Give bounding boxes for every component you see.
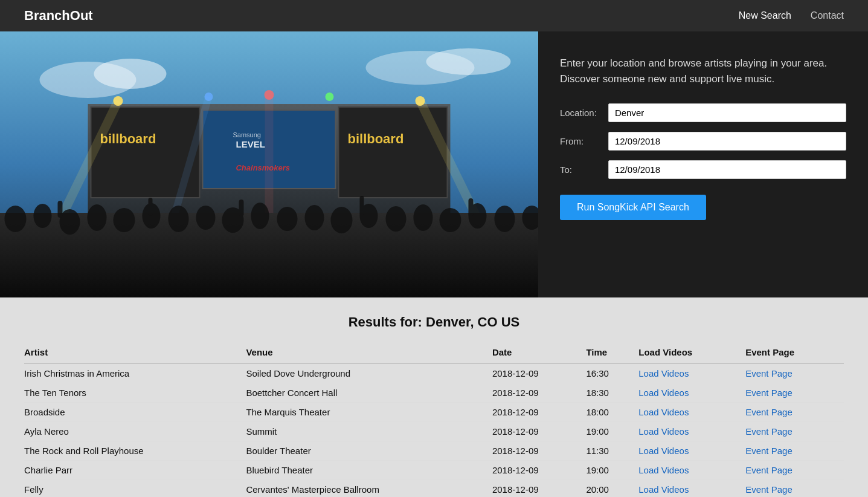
cell-event-page: Event Page bbox=[745, 480, 844, 498]
nav-contact[interactable]: Contact bbox=[811, 10, 844, 21]
cell-event-page-link[interactable]: Event Page bbox=[745, 465, 792, 475]
table-row: Charlie ParrBluebird Theater2018-12-0919… bbox=[24, 461, 844, 480]
cell-load-videos-link[interactable]: Load Videos bbox=[638, 446, 689, 456]
col-load-videos: Load Videos bbox=[638, 343, 745, 364]
cell-artist: Felly bbox=[24, 480, 246, 498]
svg-rect-48 bbox=[468, 198, 473, 216]
cell-venue: Soiled Dove Underground bbox=[246, 364, 492, 383]
cell-event-page: Event Page bbox=[745, 403, 844, 422]
hero-section: billboard billboard Samsung LEVEL Chains… bbox=[0, 31, 868, 297]
cell-load-videos: Load Videos bbox=[638, 480, 745, 498]
cell-time: 18:30 bbox=[586, 383, 638, 403]
cell-venue: Cervantes' Masterpiece Ballroom bbox=[246, 480, 492, 498]
cell-artist: The Ten Tenors bbox=[24, 383, 246, 403]
to-label: To: bbox=[560, 164, 608, 175]
cell-load-videos: Load Videos bbox=[638, 461, 745, 480]
cell-load-videos-link[interactable]: Load Videos bbox=[638, 388, 689, 398]
cell-load-videos: Load Videos bbox=[638, 383, 745, 403]
cell-time: 18:00 bbox=[586, 403, 638, 422]
col-date: Date bbox=[492, 343, 587, 364]
search-button[interactable]: Run SongKick API Search bbox=[560, 195, 706, 220]
cell-date: 2018-12-09 bbox=[492, 364, 587, 383]
svg-text:LEVEL: LEVEL bbox=[236, 139, 265, 149]
col-event-page: Event Page bbox=[745, 343, 844, 364]
table-row: BroadsideThe Marquis Theater2018-12-0918… bbox=[24, 403, 844, 422]
svg-point-31 bbox=[196, 206, 215, 230]
cell-date: 2018-12-09 bbox=[492, 383, 587, 403]
svg-point-17 bbox=[325, 93, 333, 101]
to-input[interactable] bbox=[608, 160, 846, 179]
cell-date: 2018-12-09 bbox=[492, 403, 587, 422]
cell-date: 2018-12-09 bbox=[492, 441, 587, 461]
svg-text:Chainsmokers: Chainsmokers bbox=[236, 163, 290, 172]
navbar: BranchOut New Search Contact bbox=[0, 0, 868, 31]
from-input[interactable] bbox=[608, 132, 846, 151]
svg-point-4 bbox=[426, 48, 510, 75]
cell-event-page-link[interactable]: Event Page bbox=[745, 446, 792, 456]
cell-load-videos-link[interactable]: Load Videos bbox=[638, 426, 689, 437]
cell-load-videos-link[interactable]: Load Videos bbox=[638, 465, 689, 475]
svg-rect-45 bbox=[148, 198, 152, 216]
cell-event-page-link[interactable]: Event Page bbox=[745, 368, 792, 378]
from-label: From: bbox=[560, 136, 608, 146]
to-row: To: bbox=[560, 160, 846, 179]
location-row: Location: bbox=[560, 103, 846, 122]
cell-date: 2018-12-09 bbox=[492, 461, 587, 480]
cell-artist: The Rock and Roll Playhouse bbox=[24, 441, 246, 461]
cell-artist: Irish Christmas in America bbox=[24, 364, 246, 383]
svg-point-27 bbox=[87, 204, 106, 231]
cell-event-page-link[interactable]: Event Page bbox=[745, 484, 792, 495]
cell-load-videos: Load Videos bbox=[638, 422, 745, 441]
cell-load-videos: Load Videos bbox=[638, 364, 745, 383]
cell-date: 2018-12-09 bbox=[492, 422, 587, 441]
from-row: From: bbox=[560, 132, 846, 151]
results-tbody: Irish Christmas in AmericaSoiled Dove Un… bbox=[24, 364, 844, 498]
cell-time: 16:30 bbox=[586, 364, 638, 383]
cell-time: 19:00 bbox=[586, 461, 638, 480]
cell-event-page: Event Page bbox=[745, 461, 844, 480]
table-header: Artist Venue Date Time Load Videos Event… bbox=[24, 343, 844, 364]
nav-new-search[interactable]: New Search bbox=[739, 10, 791, 21]
svg-text:billboard: billboard bbox=[100, 131, 156, 146]
cell-load-videos: Load Videos bbox=[638, 441, 745, 461]
svg-rect-47 bbox=[359, 196, 364, 215]
table-row: The Ten TenorsBoettcher Concert Hall2018… bbox=[24, 383, 844, 403]
cell-event-page-link[interactable]: Event Page bbox=[745, 426, 792, 437]
location-input[interactable] bbox=[608, 103, 846, 122]
cell-load-videos-link[interactable]: Load Videos bbox=[638, 484, 689, 495]
cell-date: 2018-12-09 bbox=[492, 480, 587, 498]
cell-event-page: Event Page bbox=[745, 422, 844, 441]
cell-event-page: Event Page bbox=[745, 383, 844, 403]
table-row: The Rock and Roll PlayhouseBoulder Theat… bbox=[24, 441, 844, 461]
cell-load-videos-link[interactable]: Load Videos bbox=[638, 368, 689, 378]
svg-point-28 bbox=[113, 208, 135, 232]
svg-point-40 bbox=[439, 208, 461, 232]
table-row: FellyCervantes' Masterpiece Ballroom2018… bbox=[24, 480, 844, 498]
svg-point-42 bbox=[494, 206, 515, 232]
svg-point-35 bbox=[304, 205, 324, 230]
hero-tagline: Enter your location and browse artists p… bbox=[560, 56, 846, 86]
svg-point-26 bbox=[59, 209, 80, 235]
nav-links: New Search Contact bbox=[739, 10, 844, 21]
cell-venue: Boulder Theater bbox=[246, 441, 492, 461]
cell-venue: Summit bbox=[246, 422, 492, 441]
table-row: Ayla NereoSummit2018-12-0919:00Load Vide… bbox=[24, 422, 844, 441]
cell-load-videos-link[interactable]: Load Videos bbox=[638, 407, 689, 417]
hero-form-area: Enter your location and browse artists p… bbox=[538, 31, 868, 297]
results-table: Artist Venue Date Time Load Videos Event… bbox=[24, 343, 844, 497]
svg-point-30 bbox=[168, 206, 188, 232]
col-venue: Venue bbox=[246, 343, 492, 364]
cell-time: 20:00 bbox=[586, 480, 638, 498]
hero-image: billboard billboard Samsung LEVEL Chains… bbox=[0, 31, 538, 297]
cell-event-page: Event Page bbox=[745, 364, 844, 383]
cell-time: 19:00 bbox=[586, 422, 638, 441]
col-time: Time bbox=[586, 343, 638, 364]
svg-point-39 bbox=[413, 204, 432, 231]
svg-point-25 bbox=[33, 204, 51, 228]
cell-event-page-link[interactable]: Event Page bbox=[745, 407, 792, 417]
cell-event-page-link[interactable]: Event Page bbox=[745, 388, 792, 398]
svg-point-2 bbox=[94, 59, 166, 89]
svg-point-38 bbox=[385, 206, 406, 232]
cell-load-videos: Load Videos bbox=[638, 403, 745, 422]
svg-point-24 bbox=[4, 206, 26, 232]
